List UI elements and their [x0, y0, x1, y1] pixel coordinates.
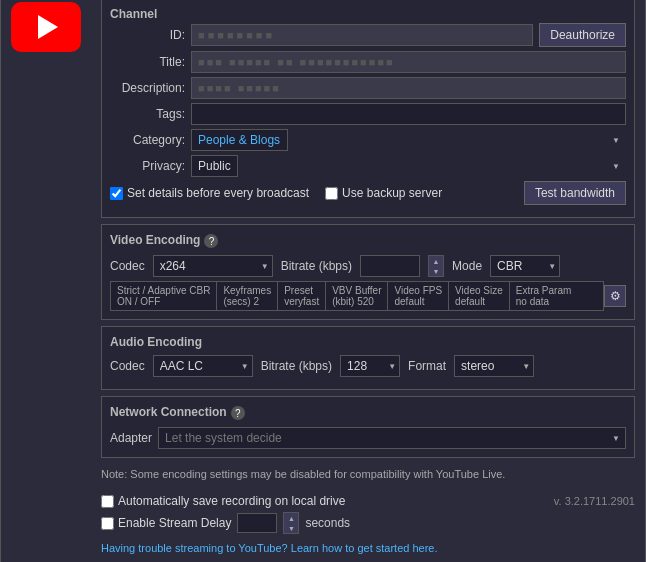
auto-save-label: Automatically save recording on local dr…	[118, 494, 345, 508]
use-backup-label: Use backup server	[342, 186, 442, 200]
desc-row: Description:	[110, 77, 626, 99]
param-preset: Presetveryfast	[278, 282, 326, 310]
id-input[interactable]	[191, 24, 533, 46]
stream-delay-row: Enable Stream Delay 0 ▲ ▼ seconds	[101, 512, 350, 534]
audio-encoding-section: Audio Encoding Codec AAC LC Bitrate (kbp…	[101, 326, 635, 390]
tags-input[interactable]	[191, 103, 626, 125]
main-section: Channel ID: Deauthorize Title: Descripti…	[101, 0, 635, 558]
stream-delay-input[interactable]: 0	[237, 513, 277, 533]
delay-down[interactable]: ▼	[284, 523, 298, 533]
param-size: Video Sizedefault	[449, 282, 510, 310]
param-extra: Extra Paramno data	[510, 282, 578, 310]
network-section: Network Connection ? Adapter Let the sys…	[101, 396, 635, 458]
tags-label: Tags:	[110, 107, 185, 121]
audio-bitrate-label: Bitrate (kbps)	[261, 359, 332, 373]
privacy-row: Privacy: Public	[110, 155, 626, 177]
logo-section	[11, 0, 91, 558]
deauthorize-button[interactable]: Deauthorize	[539, 23, 626, 47]
title-label: Title:	[110, 55, 185, 69]
play-icon	[38, 15, 58, 39]
set-details-label: Set details before every broadcast	[127, 186, 309, 200]
param-fps: Video FPSdefault	[388, 282, 449, 310]
delay-up[interactable]: ▲	[284, 513, 298, 523]
version-text: v. 3.2.1711.2901	[554, 495, 635, 507]
audio-codec-label: Codec	[110, 359, 145, 373]
stream-delay-label: Enable Stream Delay	[118, 516, 231, 530]
param-keyframes: Keyframes(secs) 2	[217, 282, 278, 310]
test-bandwidth-button[interactable]: Test bandwidth	[524, 181, 626, 205]
audio-encoding-label: Audio Encoding	[110, 335, 202, 349]
privacy-label: Privacy:	[110, 159, 185, 173]
video-encoding-help-icon[interactable]: ?	[204, 234, 218, 248]
video-encoding-section: Video Encoding ? Codec x264 Bitrate (kbp…	[101, 224, 635, 320]
bitrate-spinner: ▲ ▼	[428, 255, 444, 277]
audio-format-select[interactable]: stereo	[454, 355, 534, 377]
tags-row: Tags:	[110, 103, 626, 125]
help-link[interactable]: Having trouble streaming to YouTube? Lea…	[101, 542, 438, 554]
audio-codec-select[interactable]: AAC LC	[153, 355, 253, 377]
mode-select[interactable]: CBR	[490, 255, 560, 277]
adapter-row: Adapter Let the system decide	[110, 427, 626, 449]
desc-label: Description:	[110, 81, 185, 95]
use-backup-checkbox[interactable]: Use backup server	[325, 186, 442, 200]
params-gear-button[interactable]: ⚙	[604, 285, 626, 307]
privacy-select[interactable]: Public	[191, 155, 238, 177]
stream-delay-spinner: ▲ ▼	[283, 512, 299, 534]
category-row: Category: People & Blogs	[110, 129, 626, 151]
param-strict: Strict / Adaptive CBRON / OFF	[111, 282, 217, 310]
stream-delay-checkbox[interactable]: Enable Stream Delay	[101, 516, 231, 530]
video-params-row: Strict / Adaptive CBRON / OFF Keyframes(…	[110, 281, 604, 311]
bitrate-up[interactable]: ▲	[429, 256, 443, 266]
adapter-label: Adapter	[110, 431, 152, 445]
mode-label: Mode	[452, 259, 482, 273]
audio-bitrate-select[interactable]: 128	[340, 355, 400, 377]
version-row: Automatically save recording on local dr…	[101, 494, 635, 508]
video-codec-label: Codec	[110, 259, 145, 273]
video-codec-select[interactable]: x264	[153, 255, 273, 277]
category-select[interactable]: People & Blogs	[191, 129, 288, 151]
desc-input[interactable]	[191, 77, 626, 99]
channel-section-label: Channel	[110, 7, 626, 21]
audio-codec-row: Codec AAC LC Bitrate (kbps) 128 Format	[110, 355, 626, 377]
video-codec-row: Codec x264 Bitrate (kbps) 620 ▲ ▼ Mode	[110, 255, 626, 277]
channel-section: Channel ID: Deauthorize Title: Descripti…	[101, 0, 635, 218]
video-encoding-label: Video Encoding	[110, 233, 200, 247]
set-details-checkbox[interactable]: Set details before every broadcast	[110, 186, 309, 200]
note-text: Note: Some encoding settings may be disa…	[101, 468, 635, 480]
network-section-label: Network Connection	[110, 405, 227, 419]
title-row: Title:	[110, 51, 626, 73]
broadcast-options-row: Set details before every broadcast Use b…	[110, 181, 626, 205]
bitrate-down[interactable]: ▼	[429, 266, 443, 276]
dialog-body: Channel ID: Deauthorize Title: Descripti…	[1, 0, 645, 562]
param-vbv: VBV Buffer(kbit) 520	[326, 282, 388, 310]
category-label: Category:	[110, 133, 185, 147]
network-help-icon[interactable]: ?	[231, 406, 245, 420]
dialog: YouTube Live Properties × Channel ID: De…	[0, 0, 646, 562]
video-bitrate-input[interactable]: 620	[360, 255, 420, 277]
stream-delay-unit: seconds	[305, 516, 350, 530]
auto-save-checkbox[interactable]: Automatically save recording on local dr…	[101, 494, 345, 508]
video-bitrate-label: Bitrate (kbps)	[281, 259, 352, 273]
title-input[interactable]	[191, 51, 626, 73]
audio-format-label: Format	[408, 359, 446, 373]
id-row: ID: Deauthorize	[110, 23, 626, 47]
adapter-select[interactable]: Let the system decide	[158, 427, 626, 449]
youtube-logo	[11, 2, 81, 52]
bottom-options: Automatically save recording on local dr…	[101, 494, 635, 558]
id-label: ID:	[110, 28, 185, 42]
